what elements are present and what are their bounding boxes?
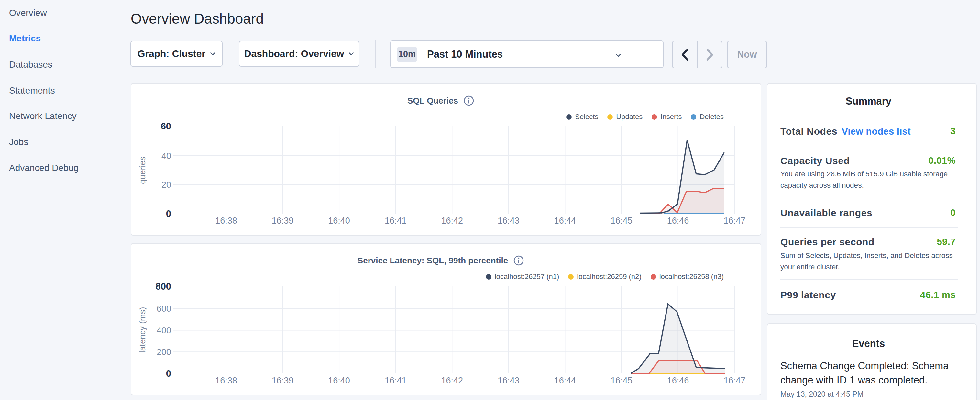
svg-text:16:43: 16:43: [498, 376, 520, 386]
svg-text:400: 400: [157, 325, 171, 335]
svg-text:latency (ms): latency (ms): [137, 307, 147, 353]
svg-text:600: 600: [157, 304, 171, 314]
svg-text:0: 0: [166, 209, 171, 219]
svg-text:16:45: 16:45: [611, 376, 633, 386]
svg-text:16:43: 16:43: [498, 216, 520, 226]
svg-text:16:42: 16:42: [441, 216, 463, 226]
svg-text:0: 0: [166, 368, 171, 379]
svg-text:40: 40: [161, 151, 171, 161]
svg-text:60: 60: [161, 121, 171, 131]
svg-text:200: 200: [157, 347, 171, 357]
svg-text:800: 800: [156, 281, 171, 292]
svg-text:16:47: 16:47: [724, 216, 745, 226]
svg-text:16:38: 16:38: [215, 376, 237, 386]
svg-text:16:40: 16:40: [328, 376, 350, 386]
svg-text:16:45: 16:45: [611, 216, 633, 226]
svg-text:16:44: 16:44: [554, 216, 576, 226]
svg-text:20: 20: [161, 180, 171, 190]
svg-text:16:38: 16:38: [215, 216, 237, 226]
svg-text:16:47: 16:47: [724, 376, 745, 386]
svg-text:queries: queries: [137, 156, 147, 184]
svg-text:16:44: 16:44: [554, 376, 576, 386]
svg-text:16:39: 16:39: [272, 376, 294, 386]
svg-text:16:39: 16:39: [272, 216, 294, 226]
svg-text:16:40: 16:40: [328, 216, 350, 226]
svg-text:16:46: 16:46: [667, 216, 689, 226]
svg-text:16:46: 16:46: [667, 376, 689, 386]
svg-text:16:41: 16:41: [385, 216, 407, 226]
svg-text:16:42: 16:42: [441, 376, 463, 386]
svg-text:16:41: 16:41: [385, 376, 407, 386]
